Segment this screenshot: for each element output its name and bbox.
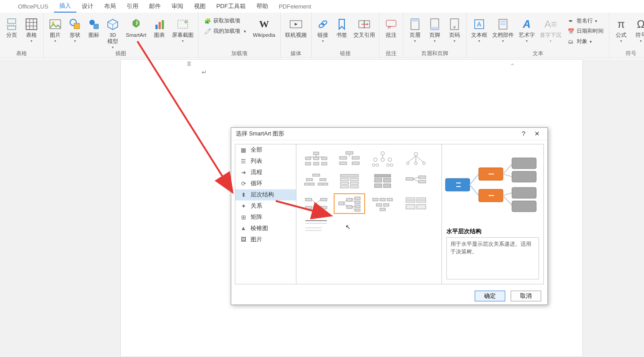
link-button[interactable]: 链接 ▾ [314, 14, 331, 49]
preview-pane-wrap: 水平层次结构 用于水平显示层次关系递进。适用于决策树。 [442, 144, 543, 284]
tab-insert[interactable]: 插入 [54, 0, 76, 13]
quickparts-button[interactable]: 文档部件▾ [491, 14, 515, 49]
tab-pdfelement[interactable]: PDFelement [273, 1, 317, 12]
chart-button[interactable]: 图表 [150, 14, 168, 49]
icons-button[interactable]: 图标 [86, 14, 102, 49]
cat-cycle[interactable]: ⟳循环 [235, 178, 296, 189]
layout-thumb[interactable] [401, 149, 431, 169]
table-button[interactable]: 表格 ▾ [22, 14, 40, 49]
caret-icon: ▾ [31, 39, 32, 43]
svg-rect-51 [313, 157, 319, 160]
relationship-icon: ✦ [240, 202, 247, 209]
bookmark-button[interactable]: 书签 [333, 14, 350, 49]
help-button[interactable]: ? [517, 128, 530, 139]
tab-officeplus[interactable]: OfficePLUS [13, 1, 54, 12]
textbox-icon: A [473, 18, 485, 30]
layout-thumb[interactable] [334, 149, 365, 169]
svg-line-148 [503, 193, 512, 196]
svg-point-68 [376, 164, 379, 166]
textbox-button[interactable]: A 文本框▾ [469, 14, 489, 49]
layout-thumb[interactable] [401, 194, 431, 213]
page-number-button[interactable]: # 页码▾ [446, 14, 463, 49]
object-button[interactable]: 🗂对象 ▾ [565, 37, 606, 46]
cat-pyramid[interactable]: ▲棱锥图 [235, 223, 296, 234]
group-links: 链接 ▾ 书签 交叉引用 链接 [312, 13, 379, 58]
my-addins-button[interactable]: 🧷 我的加载项▾ [201, 26, 249, 36]
layout-thumb[interactable] [301, 171, 331, 191]
svg-point-64 [374, 158, 377, 161]
symbol-button[interactable]: Ω 符号▾ [632, 14, 644, 49]
tab-review[interactable]: 审阅 [166, 0, 189, 12]
svg-rect-52 [322, 157, 327, 160]
icons-icon [88, 18, 100, 30]
shapes-button[interactable]: 形状 ▾ [66, 14, 84, 49]
cat-relationship[interactable]: ✦关系 [235, 200, 296, 212]
layout-thumb[interactable] [301, 216, 331, 236]
smartart-button[interactable]: SmartArt [124, 14, 149, 49]
tab-help[interactable]: 帮助 [251, 0, 273, 12]
ruler-indent-right-icon [507, 61, 520, 66]
3d-model-button[interactable]: 3D 模型 ▾ [104, 14, 122, 49]
svg-rect-89 [350, 182, 358, 184]
tab-pdftoolbox[interactable]: PDF工具箱 [211, 0, 251, 12]
close-button[interactable]: ✕ [530, 128, 544, 139]
object-icon: 🗂 [567, 38, 574, 45]
svg-point-9 [52, 22, 54, 24]
dropcap-button[interactable]: A≡ 首字下沉▾ [538, 14, 563, 49]
ok-button[interactable]: 确定 [475, 291, 505, 301]
wordart-button[interactable]: A 艺术字▾ [517, 14, 537, 49]
svg-rect-34 [411, 19, 419, 22]
group-headerfooter: 页眉▾ 页脚▾ # 页码▾ 页眉和页脚 [403, 13, 467, 58]
svg-rect-45 [187, 64, 191, 66]
svg-rect-113 [355, 205, 360, 208]
tab-mailings[interactable]: 邮件 [144, 0, 166, 12]
get-addins-button[interactable]: 🧩 获取加载项 [201, 16, 249, 26]
svg-rect-54 [313, 162, 319, 165]
svg-rect-60 [340, 162, 347, 165]
category-list: ▦全部 ☰列表 ➜流程 ⟳循环 ⬍层次结构 ✦关系 ⊞矩阵 ▲棱锥图 🖼图片 [235, 144, 296, 284]
header-button[interactable]: 页眉▾ [406, 14, 424, 49]
cat-matrix[interactable]: ⊞矩阵 [235, 212, 296, 223]
online-video-button[interactable]: 联机视频 [283, 14, 309, 49]
equation-button[interactable]: π 公式▾ [612, 14, 630, 49]
dialog-titlebar[interactable]: 选择 SmartArt 图形 ? ✕ [231, 128, 547, 140]
bookmark-icon [337, 18, 347, 30]
layout-thumb[interactable] [334, 171, 365, 191]
signature-button[interactable]: ✒签名行 ▾ [565, 16, 606, 26]
svg-rect-103 [305, 206, 312, 209]
tab-references[interactable]: 引用 [121, 0, 144, 12]
paragraph-mark-icon: ↵ [202, 69, 207, 76]
tab-view[interactable]: 视图 [189, 0, 211, 12]
cat-all[interactable]: ▦全部 [235, 144, 296, 156]
tab-layout[interactable]: 布局 [99, 0, 121, 12]
cat-hierarchy[interactable]: ⬍层次结构 [235, 189, 296, 200]
pictures-button[interactable]: 图片 ▾ [46, 14, 64, 49]
crossref-button[interactable]: 交叉引用 [352, 14, 376, 49]
tab-design[interactable]: 设计 [76, 0, 99, 12]
layout-thumb[interactable] [367, 149, 398, 169]
screenshot-button[interactable]: 屏幕截图 ▾ [170, 14, 195, 49]
footer-button[interactable]: 页脚▾ [426, 14, 444, 49]
svg-line-146 [503, 164, 512, 174]
svg-rect-152 [512, 187, 536, 198]
cat-picture[interactable]: 🖼图片 [235, 234, 296, 245]
layout-thumb[interactable] [301, 194, 331, 213]
cat-process[interactable]: ➜流程 [235, 167, 296, 178]
layout-thumb[interactable] [367, 194, 398, 213]
datetime-button[interactable]: 📅日期和时间 [565, 26, 606, 36]
svg-point-70 [390, 164, 393, 166]
wikipedia-button[interactable]: W Wikipedia [251, 14, 278, 49]
svg-rect-88 [340, 182, 348, 184]
page-break-button[interactable]: 分页 [3, 14, 21, 49]
header-icon [410, 18, 420, 30]
layout-thumb[interactable] [367, 171, 398, 191]
layout-thumb[interactable] [301, 149, 331, 169]
cancel-button[interactable]: 取消 [511, 291, 541, 301]
layout-thumb-selected[interactable] [334, 194, 365, 213]
footer-icon [430, 18, 440, 30]
comment-button[interactable]: 批注 [382, 14, 400, 49]
layout-thumb[interactable] [401, 171, 431, 191]
cube-icon [106, 18, 119, 30]
cat-list[interactable]: ☰列表 [235, 156, 296, 167]
hierarchy-icon: ⬍ [240, 191, 247, 198]
